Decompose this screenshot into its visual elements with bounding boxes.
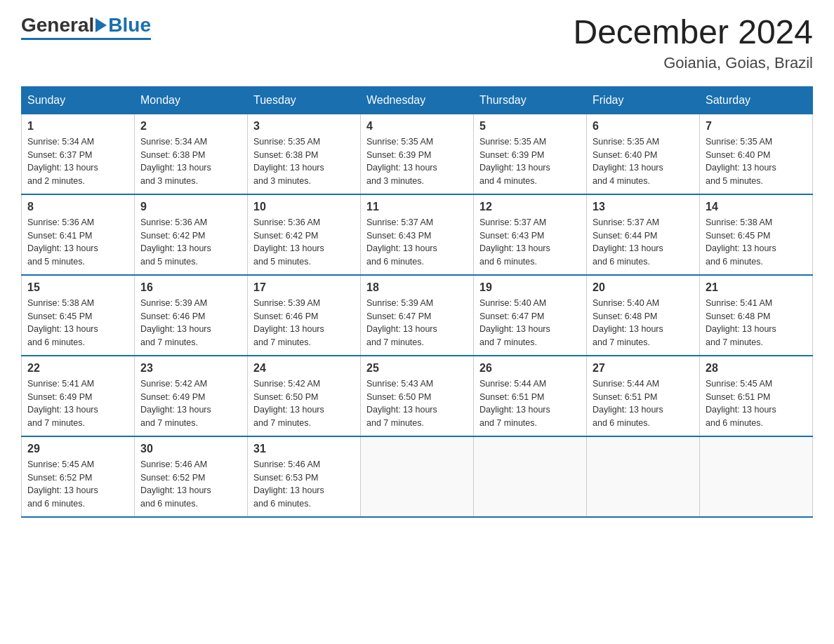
day-info: Sunrise: 5:44 AMSunset: 6:51 PMDaylight:… <box>593 379 663 428</box>
calendar-cell: 23 Sunrise: 5:42 AMSunset: 6:49 PMDaylig… <box>135 356 248 436</box>
day-number: 30 <box>140 443 241 455</box>
calendar-cell: 15 Sunrise: 5:38 AMSunset: 6:45 PMDaylig… <box>22 275 135 356</box>
day-info: Sunrise: 5:34 AMSunset: 6:38 PMDaylight:… <box>140 137 211 186</box>
day-info: Sunrise: 5:35 AMSunset: 6:40 PMDaylight:… <box>706 137 776 186</box>
calendar-cell: 16 Sunrise: 5:39 AMSunset: 6:46 PMDaylig… <box>135 275 248 356</box>
calendar-cell: 4 Sunrise: 5:35 AMSunset: 6:39 PMDayligh… <box>361 114 474 194</box>
day-number: 19 <box>479 281 581 294</box>
calendar-cell <box>587 436 700 517</box>
calendar-cell: 22 Sunrise: 5:41 AMSunset: 6:49 PMDaylig… <box>22 356 135 436</box>
day-info: Sunrise: 5:39 AMSunset: 6:46 PMDaylight:… <box>253 298 324 347</box>
day-info: Sunrise: 5:42 AMSunset: 6:50 PMDaylight:… <box>253 379 324 428</box>
calendar-week-row: 15 Sunrise: 5:38 AMSunset: 6:45 PMDaylig… <box>22 275 813 356</box>
page-header: General Blue December 2024 Goiania, Goia… <box>21 14 813 72</box>
calendar-cell: 7 Sunrise: 5:35 AMSunset: 6:40 PMDayligh… <box>700 114 813 194</box>
month-title: December 2024 <box>573 14 813 51</box>
day-number: 16 <box>140 281 241 294</box>
calendar-cell: 19 Sunrise: 5:40 AMSunset: 6:47 PMDaylig… <box>474 275 587 356</box>
day-info: Sunrise: 5:38 AMSunset: 6:45 PMDaylight:… <box>27 298 98 347</box>
day-number: 1 <box>27 120 128 133</box>
calendar-cell: 28 Sunrise: 5:45 AMSunset: 6:51 PMDaylig… <box>700 356 813 436</box>
day-number: 14 <box>706 201 807 213</box>
day-info: Sunrise: 5:35 AMSunset: 6:39 PMDaylight:… <box>366 137 437 186</box>
day-number: 15 <box>27 281 128 294</box>
logo-icon <box>94 18 108 32</box>
day-number: 2 <box>140 120 241 133</box>
day-info: Sunrise: 5:37 AMSunset: 6:43 PMDaylight:… <box>479 217 550 267</box>
day-number: 6 <box>593 120 694 133</box>
day-info: Sunrise: 5:35 AMSunset: 6:39 PMDaylight:… <box>479 137 550 186</box>
calendar-week-row: 29 Sunrise: 5:45 AMSunset: 6:52 PMDaylig… <box>22 436 813 517</box>
logo: General Blue <box>21 14 151 40</box>
day-number: 3 <box>253 120 355 133</box>
day-number: 25 <box>366 362 468 375</box>
calendar-cell <box>361 436 474 517</box>
calendar-cell: 20 Sunrise: 5:40 AMSunset: 6:48 PMDaylig… <box>587 275 700 356</box>
day-info: Sunrise: 5:38 AMSunset: 6:45 PMDaylight:… <box>706 217 776 267</box>
day-number: 26 <box>479 362 581 375</box>
location-subtitle: Goiania, Goias, Brazil <box>573 54 813 72</box>
day-info: Sunrise: 5:40 AMSunset: 6:47 PMDaylight:… <box>479 298 550 347</box>
day-number: 31 <box>253 443 355 455</box>
calendar-cell <box>700 436 813 517</box>
day-info: Sunrise: 5:41 AMSunset: 6:48 PMDaylight:… <box>706 298 776 347</box>
calendar-cell: 11 Sunrise: 5:37 AMSunset: 6:43 PMDaylig… <box>361 194 474 275</box>
calendar-header-sunday: Sunday <box>22 86 135 114</box>
calendar-header-monday: Monday <box>135 86 248 114</box>
day-number: 24 <box>253 362 355 375</box>
calendar-week-row: 8 Sunrise: 5:36 AMSunset: 6:41 PMDayligh… <box>22 194 813 275</box>
day-number: 21 <box>706 281 807 294</box>
logo-underline <box>21 38 151 40</box>
day-number: 23 <box>140 362 241 375</box>
calendar-cell: 24 Sunrise: 5:42 AMSunset: 6:50 PMDaylig… <box>248 356 361 436</box>
calendar-cell: 26 Sunrise: 5:44 AMSunset: 6:51 PMDaylig… <box>474 356 587 436</box>
day-info: Sunrise: 5:45 AMSunset: 6:52 PMDaylight:… <box>27 459 98 509</box>
header-right: December 2024 Goiania, Goias, Brazil <box>573 14 813 72</box>
day-number: 5 <box>479 120 581 133</box>
calendar-cell: 10 Sunrise: 5:36 AMSunset: 6:42 PMDaylig… <box>248 194 361 275</box>
day-info: Sunrise: 5:35 AMSunset: 6:40 PMDaylight:… <box>593 137 663 186</box>
day-number: 27 <box>593 362 694 375</box>
calendar-cell: 1 Sunrise: 5:34 AMSunset: 6:37 PMDayligh… <box>22 114 135 194</box>
calendar-cell: 14 Sunrise: 5:38 AMSunset: 6:45 PMDaylig… <box>700 194 813 275</box>
day-number: 28 <box>706 362 807 375</box>
day-info: Sunrise: 5:41 AMSunset: 6:49 PMDaylight:… <box>27 379 98 428</box>
calendar-cell: 3 Sunrise: 5:35 AMSunset: 6:38 PMDayligh… <box>248 114 361 194</box>
day-number: 10 <box>253 201 355 213</box>
day-info: Sunrise: 5:40 AMSunset: 6:48 PMDaylight:… <box>593 298 663 347</box>
day-number: 29 <box>27 443 128 455</box>
day-number: 20 <box>593 281 694 294</box>
day-number: 9 <box>140 201 241 213</box>
calendar-header-wednesday: Wednesday <box>361 86 474 114</box>
calendar-cell: 25 Sunrise: 5:43 AMSunset: 6:50 PMDaylig… <box>361 356 474 436</box>
day-info: Sunrise: 5:36 AMSunset: 6:42 PMDaylight:… <box>140 217 211 267</box>
day-number: 4 <box>366 120 468 133</box>
day-number: 7 <box>706 120 807 133</box>
day-number: 18 <box>366 281 468 294</box>
day-info: Sunrise: 5:37 AMSunset: 6:44 PMDaylight:… <box>593 217 663 267</box>
day-info: Sunrise: 5:45 AMSunset: 6:51 PMDaylight:… <box>706 379 776 428</box>
calendar-cell: 21 Sunrise: 5:41 AMSunset: 6:48 PMDaylig… <box>700 275 813 356</box>
calendar-cell: 30 Sunrise: 5:46 AMSunset: 6:52 PMDaylig… <box>135 436 248 517</box>
day-number: 22 <box>27 362 128 375</box>
day-info: Sunrise: 5:36 AMSunset: 6:42 PMDaylight:… <box>253 217 324 267</box>
day-info: Sunrise: 5:44 AMSunset: 6:51 PMDaylight:… <box>479 379 550 428</box>
day-info: Sunrise: 5:35 AMSunset: 6:38 PMDaylight:… <box>253 137 324 186</box>
calendar-week-row: 1 Sunrise: 5:34 AMSunset: 6:37 PMDayligh… <box>22 114 813 194</box>
calendar-header-row: SundayMondayTuesdayWednesdayThursdayFrid… <box>22 86 813 114</box>
day-info: Sunrise: 5:42 AMSunset: 6:49 PMDaylight:… <box>140 379 211 428</box>
calendar-header-tuesday: Tuesday <box>248 86 361 114</box>
day-info: Sunrise: 5:39 AMSunset: 6:47 PMDaylight:… <box>366 298 437 347</box>
day-info: Sunrise: 5:39 AMSunset: 6:46 PMDaylight:… <box>140 298 211 347</box>
calendar-cell: 5 Sunrise: 5:35 AMSunset: 6:39 PMDayligh… <box>474 114 587 194</box>
calendar-header-thursday: Thursday <box>474 86 587 114</box>
day-info: Sunrise: 5:34 AMSunset: 6:37 PMDaylight:… <box>27 137 98 186</box>
day-info: Sunrise: 5:37 AMSunset: 6:43 PMDaylight:… <box>366 217 437 267</box>
calendar-cell: 2 Sunrise: 5:34 AMSunset: 6:38 PMDayligh… <box>135 114 248 194</box>
logo-general-text: General <box>21 14 94 36</box>
day-info: Sunrise: 5:46 AMSunset: 6:53 PMDaylight:… <box>253 459 324 509</box>
day-info: Sunrise: 5:36 AMSunset: 6:41 PMDaylight:… <box>27 217 98 267</box>
day-number: 12 <box>479 201 581 213</box>
calendar-week-row: 22 Sunrise: 5:41 AMSunset: 6:49 PMDaylig… <box>22 356 813 436</box>
day-info: Sunrise: 5:46 AMSunset: 6:52 PMDaylight:… <box>140 459 211 509</box>
